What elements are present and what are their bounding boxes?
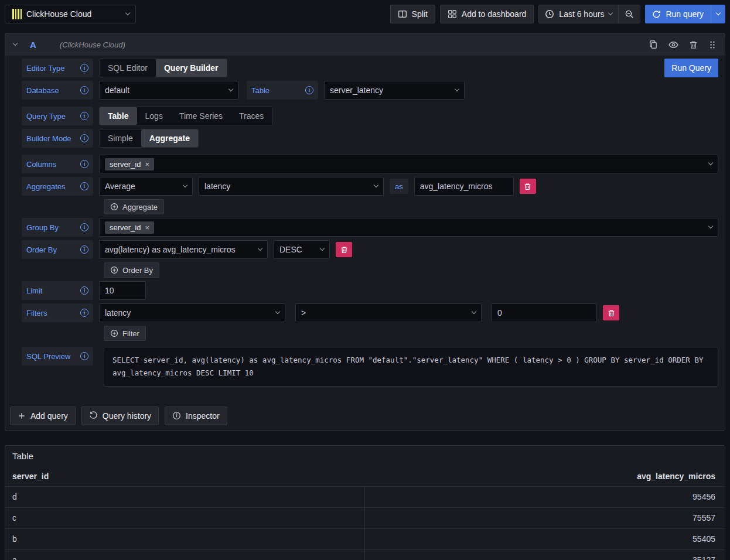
query-type-toggle: Table Logs Time Series Traces	[99, 107, 272, 125]
table-row[interactable]: d 95456	[5, 486, 725, 507]
table-select[interactable]: server_latency	[324, 81, 465, 100]
collapse-caret-icon[interactable]	[13, 41, 18, 46]
query-builder-form: Editor Type i SQL Editor Query Builder R…	[5, 56, 725, 387]
aggregate-column-select[interactable]: latency	[199, 177, 384, 196]
sql-preview-row: SQL Preview i SELECT server_id, avg(late…	[22, 347, 718, 387]
info-icon[interactable]: i	[80, 223, 88, 231]
chevron-down-icon	[708, 224, 713, 228]
order-by-direction-select[interactable]: DESC	[274, 240, 330, 259]
drag-handle-icon[interactable]	[708, 40, 717, 49]
table-result-panel: Table server_id avg_latency_micros d 954…	[5, 445, 725, 560]
info-icon[interactable]: i	[80, 134, 88, 142]
chevron-down-icon	[320, 246, 325, 251]
remove-chip-icon[interactable]: ×	[145, 161, 149, 168]
columns-row: Columns i server_id ×	[22, 155, 718, 173]
limit-label: Limit i	[22, 281, 93, 300]
info-icon[interactable]: i	[80, 160, 88, 168]
column-header-server-id[interactable]: server_id	[12, 472, 49, 481]
remove-order-by-button[interactable]	[336, 242, 352, 257]
as-label: as	[390, 179, 408, 194]
cell-avg-latency: 55405	[365, 529, 725, 549]
filters-row: Filters i latency >	[22, 303, 718, 322]
inspector-button[interactable]: Inspector	[165, 407, 227, 425]
editor-type-option-query-builder[interactable]: Query Builder	[156, 59, 227, 77]
clock-icon	[545, 9, 554, 19]
aggregate-alias-input[interactable]	[414, 177, 514, 196]
zoom-out-icon	[625, 9, 634, 19]
group-by-label: Group By i	[22, 218, 93, 237]
builder-mode-option-simple[interactable]: Simple	[100, 129, 141, 147]
query-type-option-traces[interactable]: Traces	[231, 107, 272, 125]
limit-input[interactable]	[99, 281, 146, 300]
builder-mode-toggle: Simple Aggregate	[99, 129, 199, 148]
run-query-options-button[interactable]	[711, 5, 725, 23]
columns-multiselect[interactable]: server_id ×	[99, 155, 718, 173]
history-icon	[89, 411, 98, 420]
info-icon[interactable]: i	[80, 352, 88, 360]
query-ref-id[interactable]: A	[30, 40, 36, 50]
builder-mode-label: Builder Mode i	[22, 129, 93, 148]
builder-mode-row: Builder Mode i Simple Aggregate	[22, 129, 718, 148]
info-icon[interactable]: i	[80, 309, 88, 317]
info-icon[interactable]: i	[80, 64, 88, 72]
chevron-down-icon	[716, 11, 721, 15]
top-toolbar: ClickHouse Cloud Split Add to dashboard …	[0, 0, 730, 28]
group-by-multiselect[interactable]: server_id ×	[99, 218, 718, 237]
time-range-button[interactable]: Last 6 hours	[539, 5, 618, 23]
database-select[interactable]: default	[99, 81, 238, 100]
datasource-picker[interactable]: ClickHouse Cloud	[5, 5, 136, 23]
duplicate-icon[interactable]	[649, 40, 658, 49]
add-to-dashboard-button[interactable]: Add to dashboard	[440, 5, 534, 23]
group-by-chip[interactable]: server_id ×	[105, 221, 154, 234]
editor-type-row: Editor Type i SQL Editor Query Builder R…	[22, 59, 718, 77]
trash-icon[interactable]	[689, 40, 698, 49]
plus-circle-icon	[110, 266, 118, 274]
info-icon[interactable]: i	[80, 86, 88, 94]
query-type-option-time-series[interactable]: Time Series	[171, 107, 231, 125]
table-row[interactable]: c 75557	[5, 507, 725, 528]
chevron-down-icon	[455, 87, 459, 91]
remove-aggregate-button[interactable]	[520, 179, 536, 194]
split-button[interactable]: Split	[390, 5, 435, 23]
column-chip[interactable]: server_id ×	[105, 158, 154, 170]
add-query-button[interactable]: Add query	[10, 407, 76, 425]
editor-type-option-sql-editor[interactable]: SQL Editor	[100, 59, 156, 77]
time-picker-group: Last 6 hours	[538, 5, 640, 23]
query-type-option-logs[interactable]: Logs	[137, 107, 171, 125]
filter-field-select[interactable]: latency	[99, 303, 285, 322]
query-type-option-table[interactable]: Table	[100, 107, 137, 125]
table-row[interactable]: a 35127	[5, 549, 725, 560]
aggregate-function-select[interactable]: Average	[99, 177, 193, 196]
time-range-label: Last 6 hours	[559, 9, 604, 19]
info-icon[interactable]: i	[80, 182, 88, 190]
builder-mode-option-aggregate[interactable]: Aggregate	[141, 129, 198, 147]
info-icon[interactable]: i	[305, 86, 313, 94]
add-order-by-button[interactable]: Order By	[104, 262, 159, 278]
filter-operator-select[interactable]: >	[295, 303, 482, 322]
run-query-inline-button[interactable]: Run Query	[664, 59, 718, 77]
plus-circle-icon	[110, 203, 118, 211]
toolbar-actions: Split Add to dashboard Last 6 hours Run …	[390, 5, 725, 23]
eye-icon[interactable]	[668, 40, 678, 50]
chevron-down-icon	[183, 183, 187, 187]
group-by-row: Group By i server_id ×	[22, 218, 718, 237]
run-query-label: Run query	[666, 9, 704, 19]
info-icon[interactable]: i	[80, 245, 88, 254]
remove-filter-button[interactable]	[603, 305, 619, 320]
add-aggregate-button[interactable]: Aggregate	[104, 199, 164, 214]
table-row[interactable]: b 55405	[5, 528, 725, 549]
query-history-button[interactable]: Query history	[81, 407, 159, 425]
info-icon[interactable]: i	[80, 286, 88, 295]
query-type-row: Query Type i Table Logs Time Series Trac…	[22, 107, 718, 125]
info-icon[interactable]: i	[80, 112, 88, 120]
chevron-down-icon	[708, 161, 713, 165]
order-by-field-select[interactable]: avg(latency) as avg_latency_micros	[99, 240, 268, 259]
cell-avg-latency: 35127	[365, 550, 725, 560]
remove-chip-icon[interactable]: ×	[145, 224, 149, 231]
column-header-avg-latency-micros[interactable]: avg_latency_micros	[637, 472, 715, 481]
run-query-split-button: Run query	[645, 5, 725, 23]
run-query-button[interactable]: Run query	[645, 5, 711, 23]
filter-value-input[interactable]	[492, 303, 597, 322]
add-filter-button[interactable]: Filter	[104, 326, 146, 341]
zoom-out-time-button[interactable]	[619, 5, 640, 23]
